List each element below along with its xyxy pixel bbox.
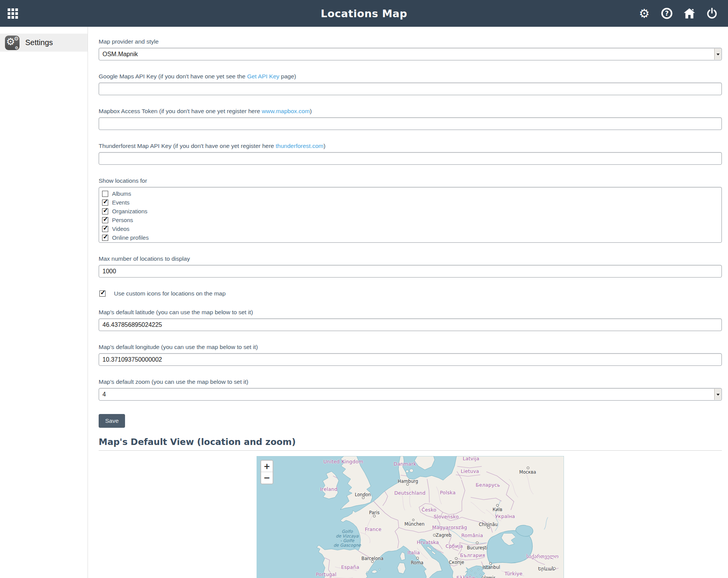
header-actions: ⚙ ?	[638, 7, 718, 19]
map-canvas[interactable]	[257, 456, 564, 578]
default-longitude-input[interactable]	[99, 353, 722, 366]
svg-text:?: ?	[665, 10, 669, 17]
thunderforest-key-label: Thunderforest Map API Key (if you don't …	[99, 143, 722, 149]
map-provider-label: Map provider and style	[99, 38, 722, 45]
sidebar: ⚙⚙⚙ Settings	[0, 27, 88, 578]
settings-form: Map provider and style OSM.Mapnik Google…	[88, 27, 728, 578]
option-label: Organizations	[112, 208, 148, 214]
home-icon[interactable]	[683, 7, 696, 19]
google-api-key-input[interactable]	[99, 83, 722, 95]
google-api-key-label: Google Maps API Key (if you don't have o…	[99, 73, 722, 80]
show-locations-option[interactable]: Albums	[102, 189, 718, 198]
section-divider	[99, 450, 722, 451]
zoom-control: + −	[260, 460, 273, 484]
save-button[interactable]: Save	[99, 414, 125, 428]
show-locations-listbox[interactable]: Albums Events Organizations Persons	[99, 187, 722, 243]
thunderforest-link[interactable]: thunderforest.com	[276, 143, 323, 149]
option-checkbox[interactable]	[102, 217, 108, 223]
show-locations-option[interactable]: Videos	[102, 224, 718, 233]
custom-icons-row[interactable]: Use custom icons for locations on the ma…	[99, 290, 722, 297]
map-provider-value: OSM.Mapnik	[102, 51, 138, 58]
option-label: Videos	[112, 226, 130, 232]
show-locations-option[interactable]: Organizations	[102, 207, 718, 216]
default-latitude-label: Map's default latitude (you can use the …	[99, 309, 722, 316]
default-zoom-select[interactable]: 4	[99, 388, 722, 401]
show-locations-option[interactable]: Events	[102, 198, 718, 207]
option-checkbox[interactable]	[102, 208, 108, 214]
option-checkbox[interactable]	[102, 191, 108, 197]
mapbox-link[interactable]: www.mapbox.com	[262, 108, 310, 114]
default-zoom-value: 4	[102, 391, 106, 398]
option-checkbox[interactable]	[102, 235, 108, 241]
dropdown-arrow-icon[interactable]	[714, 389, 721, 400]
dropdown-arrow-icon[interactable]	[714, 49, 721, 60]
option-checkbox[interactable]	[102, 200, 108, 206]
mapbox-token-input[interactable]	[99, 117, 722, 130]
max-locations-label: Max number of locations to display	[99, 255, 722, 262]
power-icon[interactable]	[706, 7, 718, 19]
map-provider-select[interactable]: OSM.Mapnik	[99, 48, 722, 60]
settings-gears-icon: ⚙⚙⚙	[5, 36, 20, 50]
sidebar-item-settings[interactable]: ⚙⚙⚙ Settings	[0, 34, 88, 52]
page-title: Locations Map	[321, 8, 407, 19]
max-locations-input[interactable]	[99, 265, 722, 278]
get-api-key-link[interactable]: Get API Key	[247, 73, 279, 80]
show-locations-label: Show locations for	[99, 177, 722, 184]
custom-icons-checkbox[interactable]	[99, 291, 106, 297]
option-label: Albums	[112, 190, 131, 197]
apps-grid-icon[interactable]	[8, 8, 18, 19]
custom-icons-label: Use custom icons for locations on the ma…	[114, 290, 226, 297]
default-latitude-input[interactable]	[99, 318, 722, 331]
default-longitude-label: Map's default longitude (you can use the…	[99, 344, 722, 351]
show-locations-option[interactable]: Online profiles	[102, 233, 718, 242]
default-zoom-label: Map's default zoom (you can use the map …	[99, 378, 722, 385]
option-checkbox[interactable]	[102, 226, 108, 232]
zoom-out-button[interactable]: −	[261, 472, 273, 484]
sidebar-item-label: Settings	[25, 38, 53, 47]
help-icon[interactable]: ?	[661, 7, 673, 19]
settings-gear-icon[interactable]: ⚙	[638, 7, 650, 19]
zoom-in-button[interactable]: +	[261, 461, 273, 472]
mapbox-token-label: Mapbox Access Token (if you don't have o…	[99, 108, 722, 115]
app-header: Locations Map ⚙ ?	[0, 0, 728, 27]
show-locations-option[interactable]: Persons	[102, 216, 718, 224]
thunderforest-key-input[interactable]	[99, 152, 722, 165]
option-label: Online profiles	[112, 234, 149, 241]
map-section-heading: Map's Default View (location and zoom)	[99, 437, 722, 447]
option-label: Events	[112, 199, 130, 206]
leaflet-map[interactable]: United KingdomDanmarkLatvijaLietuvaБелар…	[257, 456, 564, 578]
option-label: Persons	[112, 217, 133, 223]
